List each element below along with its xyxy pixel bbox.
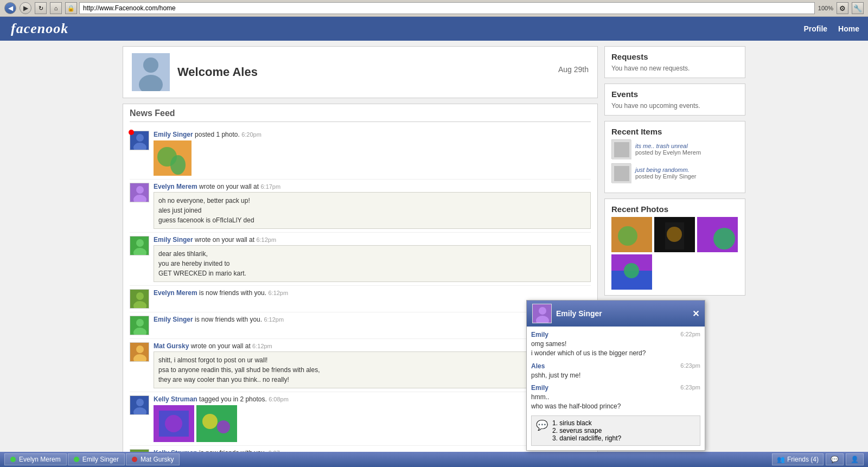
post7-time: 6:08pm xyxy=(269,396,289,402)
address-bar[interactable] xyxy=(79,2,815,14)
sidebar-photo-4[interactable] xyxy=(611,254,652,290)
poll-option-3: 3. daniel radcliffe, right? xyxy=(552,434,621,442)
avatar-emily2 xyxy=(130,236,149,255)
chat-sender-1: Emily xyxy=(531,331,548,338)
chat-sender-2: Ales xyxy=(531,362,545,370)
link-emily-singer2[interactable]: Emily Singer xyxy=(154,236,193,244)
events-title: Events xyxy=(611,89,738,99)
post5-action: is now friends with you. xyxy=(195,316,264,323)
poll-option-2: 2. severus snape xyxy=(552,427,621,434)
chat-text-3: hmm..who was the half-blood prince? xyxy=(531,393,700,411)
browser-chrome: ◀ ▶ ↻ ⌂ 🔒 100% ⚙ 🔧 xyxy=(0,0,868,17)
avatar-evelyn xyxy=(130,183,149,202)
forward-button[interactable]: ▶ xyxy=(20,2,31,14)
home-button[interactable]: ⌂ xyxy=(50,2,62,14)
taskbar-settings-button[interactable]: 👤 xyxy=(846,453,864,465)
notification-dot xyxy=(129,130,134,135)
recent-link-2[interactable]: just being randomm. xyxy=(635,167,690,173)
post7-photos xyxy=(154,405,591,442)
sidebar-photo-3[interactable] xyxy=(697,217,738,252)
svg-point-52 xyxy=(624,263,639,278)
recent-by-1: posted by Evelyn Merem xyxy=(635,149,701,156)
link-mat[interactable]: Mat Gursky xyxy=(154,342,189,350)
svg-point-10 xyxy=(136,186,144,194)
link-evelyn-merem[interactable]: Evelyn Merem xyxy=(154,183,197,190)
post2-time: 6:17pm xyxy=(260,183,280,190)
taskbar-mat[interactable]: Mat Gursky xyxy=(126,453,180,465)
photo-thumb-post1[interactable] xyxy=(154,140,192,176)
taskbar-emily[interactable]: Emily Singer xyxy=(68,453,125,465)
settings-button[interactable]: 🔧 xyxy=(852,2,864,14)
taskbar-evelyn[interactable]: Evelyn Merem xyxy=(4,453,67,465)
svg-point-32 xyxy=(217,420,230,433)
svg-point-8 xyxy=(170,155,186,175)
feed-item-post6: Mat Gursky wrote on your wall at 6:12pm … xyxy=(130,339,591,392)
chat-window: Emily Singer ✕ Emily 6:22pm omg sames!i … xyxy=(526,300,705,451)
taskbar: Evelyn Merem Emily Singer Mat Gursky 👥 F… xyxy=(0,452,868,467)
svg-point-1 xyxy=(143,57,158,73)
taskbar-chat-button[interactable]: 💬 xyxy=(826,453,844,465)
nav-home[interactable]: Home xyxy=(838,24,859,33)
taskbar-label-emily: Emily Singer xyxy=(82,456,119,463)
friends-icon: 👥 xyxy=(777,456,785,463)
avatar-emily3 xyxy=(130,316,149,335)
recent-thumb-1 xyxy=(611,139,631,159)
svg-point-29 xyxy=(165,415,182,432)
sidebar-photo-1[interactable] xyxy=(611,217,652,252)
nav-profile[interactable]: Profile xyxy=(804,24,828,33)
chat-icon: 💬 xyxy=(831,456,839,463)
link-kelly[interactable]: Kelly Struman xyxy=(154,395,197,403)
chat-msg-3: Emily 6:23pm hmm..who was the half-blood… xyxy=(531,384,700,411)
link-emily3[interactable]: Emily Singer xyxy=(154,316,193,323)
feed-item-post1: Emily Singer posted 1 photo. 6:20pm xyxy=(130,127,591,180)
svg-rect-42 xyxy=(614,166,629,181)
svg-rect-40 xyxy=(614,142,629,157)
feed-item-post7: Kelly Struman tagged you in 2 photos. 6:… xyxy=(130,392,591,446)
taskbar-right: 👥 Friends (4) 💬 👤 xyxy=(772,453,864,465)
requests-text: You have no new requests. xyxy=(611,65,738,72)
chat-header: Emily Singer ✕ xyxy=(527,300,705,327)
refresh-button[interactable]: ↻ xyxy=(35,2,47,14)
svg-point-4 xyxy=(136,134,144,142)
tagged-photo2[interactable] xyxy=(196,405,237,442)
taskbar-friends-button[interactable]: 👥 Friends (4) xyxy=(772,453,824,465)
feed-text-post1: Emily Singer posted 1 photo. 6:20pm xyxy=(154,131,591,176)
recent-items-title: Recent Items xyxy=(611,127,738,136)
post3-time: 6:12pm xyxy=(256,236,276,243)
chat-text-2: pshh, just try me! xyxy=(531,371,700,380)
recent-thumb-2 xyxy=(611,163,631,183)
chat-time-2: 6:23pm xyxy=(680,362,700,369)
tagged-photo1[interactable] xyxy=(154,405,194,442)
recent-item-2: just being randomm. posted by Emily Sing… xyxy=(611,163,738,183)
taskbar-dot-mat xyxy=(132,457,137,462)
feed-text-post5: Emily Singer is now friends with you. 6:… xyxy=(154,316,591,323)
sidebar-events: Events You have no upcoming events. xyxy=(604,84,745,116)
recent-by-2: posted by Emily Singer xyxy=(635,173,697,180)
svg-point-49 xyxy=(713,228,735,250)
recent-text-2: just being randomm. posted by Emily Sing… xyxy=(635,167,697,180)
feed-item-post3: Emily Singer wrote on your wall at 6:12p… xyxy=(130,233,591,286)
chat-close-button[interactable]: ✕ xyxy=(692,309,699,319)
chat-msg-2: Ales 6:23pm pshh, just try me! xyxy=(531,362,700,380)
sidebar-recent-photos: Recent Photos xyxy=(604,199,745,296)
svg-point-16 xyxy=(136,292,144,300)
zoom-indicator: 100% xyxy=(818,5,833,11)
page-wrapper: facenook Profile Home Welcome Ales xyxy=(0,17,868,467)
svg-rect-47 xyxy=(665,222,684,250)
chat-time-1: 6:22pm xyxy=(680,331,700,337)
link-emily-singer[interactable]: Emily Singer xyxy=(154,131,193,138)
profile-avatar xyxy=(132,53,170,91)
recent-link-1[interactable]: its me.. trash unreal xyxy=(635,143,688,149)
post4-action: is now friends with you. xyxy=(199,289,268,297)
back-button[interactable]: ◀ xyxy=(4,2,16,14)
poll-option-1: 1. sirius black xyxy=(552,419,621,427)
sidebar-photo-2[interactable] xyxy=(654,217,695,252)
post2-message: oh no everyone, better pack up!ales just… xyxy=(154,192,591,229)
recent-text-1: its me.. trash unreal posted by Evelyn M… xyxy=(635,143,701,156)
taskbar-label-mat: Mat Gursky xyxy=(141,456,174,463)
address-bar-wrap: 🔒 xyxy=(65,2,815,14)
link-evelyn2[interactable]: Evelyn Merem xyxy=(154,289,197,297)
gear-button[interactable]: ⚙ xyxy=(837,2,848,14)
recent-photos-title: Recent Photos xyxy=(611,204,738,214)
post4-time: 6:12pm xyxy=(268,290,288,296)
